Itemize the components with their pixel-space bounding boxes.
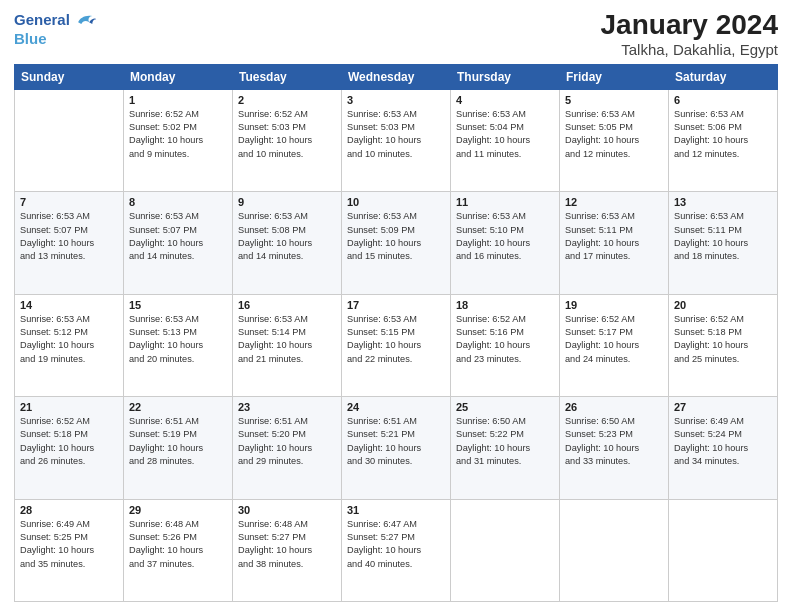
calendar-cell-3-1: 22Sunrise: 6:51 AMSunset: 5:19 PMDayligh… xyxy=(124,397,233,499)
day-number: 31 xyxy=(347,504,445,516)
logo-text-blue: Blue xyxy=(14,30,47,47)
day-number: 11 xyxy=(456,196,554,208)
day-info: Sunrise: 6:53 AMSunset: 5:10 PMDaylight:… xyxy=(456,210,554,263)
day-info: Sunrise: 6:52 AMSunset: 5:17 PMDaylight:… xyxy=(565,313,663,366)
header-monday: Monday xyxy=(124,64,233,89)
calendar-cell-0-6: 6Sunrise: 6:53 AMSunset: 5:06 PMDaylight… xyxy=(669,89,778,191)
day-number: 16 xyxy=(238,299,336,311)
day-info: Sunrise: 6:53 AMSunset: 5:07 PMDaylight:… xyxy=(20,210,118,263)
calendar-cell-3-2: 23Sunrise: 6:51 AMSunset: 5:20 PMDayligh… xyxy=(233,397,342,499)
day-number: 24 xyxy=(347,401,445,413)
day-info: Sunrise: 6:53 AMSunset: 5:15 PMDaylight:… xyxy=(347,313,445,366)
day-info: Sunrise: 6:53 AMSunset: 5:09 PMDaylight:… xyxy=(347,210,445,263)
logo-bird-icon xyxy=(75,10,97,30)
day-info: Sunrise: 6:51 AMSunset: 5:20 PMDaylight:… xyxy=(238,415,336,468)
day-number: 26 xyxy=(565,401,663,413)
day-info: Sunrise: 6:53 AMSunset: 5:04 PMDaylight:… xyxy=(456,108,554,161)
calendar-cell-0-5: 5Sunrise: 6:53 AMSunset: 5:05 PMDaylight… xyxy=(560,89,669,191)
day-number: 23 xyxy=(238,401,336,413)
day-number: 1 xyxy=(129,94,227,106)
day-info: Sunrise: 6:47 AMSunset: 5:27 PMDaylight:… xyxy=(347,518,445,571)
calendar-cell-0-1: 1Sunrise: 6:52 AMSunset: 5:02 PMDaylight… xyxy=(124,89,233,191)
week-row-0: 1Sunrise: 6:52 AMSunset: 5:02 PMDaylight… xyxy=(15,89,778,191)
calendar-cell-0-4: 4Sunrise: 6:53 AMSunset: 5:04 PMDaylight… xyxy=(451,89,560,191)
day-number: 20 xyxy=(674,299,772,311)
header-tuesday: Tuesday xyxy=(233,64,342,89)
page: General Blue January 2024 Talkha, Dakahl… xyxy=(0,0,792,612)
day-number: 25 xyxy=(456,401,554,413)
calendar-cell-1-6: 13Sunrise: 6:53 AMSunset: 5:11 PMDayligh… xyxy=(669,192,778,294)
calendar-subtitle: Talkha, Dakahlia, Egypt xyxy=(601,41,778,58)
calendar-cell-3-5: 26Sunrise: 6:50 AMSunset: 5:23 PMDayligh… xyxy=(560,397,669,499)
week-row-2: 14Sunrise: 6:53 AMSunset: 5:12 PMDayligh… xyxy=(15,294,778,396)
calendar-cell-1-4: 11Sunrise: 6:53 AMSunset: 5:10 PMDayligh… xyxy=(451,192,560,294)
calendar-cell-2-2: 16Sunrise: 6:53 AMSunset: 5:14 PMDayligh… xyxy=(233,294,342,396)
header-thursday: Thursday xyxy=(451,64,560,89)
top-section: General Blue January 2024 Talkha, Dakahl… xyxy=(14,10,778,58)
day-info: Sunrise: 6:48 AMSunset: 5:26 PMDaylight:… xyxy=(129,518,227,571)
day-info: Sunrise: 6:53 AMSunset: 5:06 PMDaylight:… xyxy=(674,108,772,161)
day-info: Sunrise: 6:50 AMSunset: 5:22 PMDaylight:… xyxy=(456,415,554,468)
header-saturday: Saturday xyxy=(669,64,778,89)
day-number: 7 xyxy=(20,196,118,208)
day-number: 6 xyxy=(674,94,772,106)
day-number: 12 xyxy=(565,196,663,208)
day-info: Sunrise: 6:49 AMSunset: 5:25 PMDaylight:… xyxy=(20,518,118,571)
calendar-cell-4-3: 31Sunrise: 6:47 AMSunset: 5:27 PMDayligh… xyxy=(342,499,451,601)
day-info: Sunrise: 6:53 AMSunset: 5:03 PMDaylight:… xyxy=(347,108,445,161)
day-number: 13 xyxy=(674,196,772,208)
calendar-cell-2-3: 17Sunrise: 6:53 AMSunset: 5:15 PMDayligh… xyxy=(342,294,451,396)
calendar-cell-4-5 xyxy=(560,499,669,601)
day-info: Sunrise: 6:53 AMSunset: 5:14 PMDaylight:… xyxy=(238,313,336,366)
day-number: 17 xyxy=(347,299,445,311)
day-info: Sunrise: 6:48 AMSunset: 5:27 PMDaylight:… xyxy=(238,518,336,571)
day-number: 22 xyxy=(129,401,227,413)
calendar-cell-4-4 xyxy=(451,499,560,601)
calendar-cell-1-2: 9Sunrise: 6:53 AMSunset: 5:08 PMDaylight… xyxy=(233,192,342,294)
day-info: Sunrise: 6:53 AMSunset: 5:05 PMDaylight:… xyxy=(565,108,663,161)
calendar-cell-1-1: 8Sunrise: 6:53 AMSunset: 5:07 PMDaylight… xyxy=(124,192,233,294)
day-number: 10 xyxy=(347,196,445,208)
day-number: 8 xyxy=(129,196,227,208)
week-row-4: 28Sunrise: 6:49 AMSunset: 5:25 PMDayligh… xyxy=(15,499,778,601)
day-number: 28 xyxy=(20,504,118,516)
calendar-cell-0-2: 2Sunrise: 6:52 AMSunset: 5:03 PMDaylight… xyxy=(233,89,342,191)
calendar-cell-2-4: 18Sunrise: 6:52 AMSunset: 5:16 PMDayligh… xyxy=(451,294,560,396)
calendar-cell-4-1: 29Sunrise: 6:48 AMSunset: 5:26 PMDayligh… xyxy=(124,499,233,601)
day-info: Sunrise: 6:52 AMSunset: 5:18 PMDaylight:… xyxy=(674,313,772,366)
calendar-cell-1-3: 10Sunrise: 6:53 AMSunset: 5:09 PMDayligh… xyxy=(342,192,451,294)
day-info: Sunrise: 6:49 AMSunset: 5:24 PMDaylight:… xyxy=(674,415,772,468)
day-info: Sunrise: 6:53 AMSunset: 5:11 PMDaylight:… xyxy=(565,210,663,263)
calendar-title: January 2024 xyxy=(601,10,778,41)
day-number: 19 xyxy=(565,299,663,311)
weekday-header-row: Sunday Monday Tuesday Wednesday Thursday… xyxy=(15,64,778,89)
day-number: 18 xyxy=(456,299,554,311)
day-info: Sunrise: 6:52 AMSunset: 5:03 PMDaylight:… xyxy=(238,108,336,161)
day-number: 30 xyxy=(238,504,336,516)
day-number: 21 xyxy=(20,401,118,413)
calendar-cell-4-0: 28Sunrise: 6:49 AMSunset: 5:25 PMDayligh… xyxy=(15,499,124,601)
day-info: Sunrise: 6:52 AMSunset: 5:18 PMDaylight:… xyxy=(20,415,118,468)
day-number: 2 xyxy=(238,94,336,106)
day-info: Sunrise: 6:52 AMSunset: 5:02 PMDaylight:… xyxy=(129,108,227,161)
logo-text-general: General xyxy=(14,12,70,29)
day-number: 3 xyxy=(347,94,445,106)
calendar-table: Sunday Monday Tuesday Wednesday Thursday… xyxy=(14,64,778,602)
day-info: Sunrise: 6:50 AMSunset: 5:23 PMDaylight:… xyxy=(565,415,663,468)
calendar-cell-4-6 xyxy=(669,499,778,601)
title-section: January 2024 Talkha, Dakahlia, Egypt xyxy=(601,10,778,58)
calendar-cell-2-0: 14Sunrise: 6:53 AMSunset: 5:12 PMDayligh… xyxy=(15,294,124,396)
day-info: Sunrise: 6:53 AMSunset: 5:12 PMDaylight:… xyxy=(20,313,118,366)
day-number: 4 xyxy=(456,94,554,106)
calendar-cell-2-1: 15Sunrise: 6:53 AMSunset: 5:13 PMDayligh… xyxy=(124,294,233,396)
day-info: Sunrise: 6:53 AMSunset: 5:11 PMDaylight:… xyxy=(674,210,772,263)
header-friday: Friday xyxy=(560,64,669,89)
day-info: Sunrise: 6:51 AMSunset: 5:21 PMDaylight:… xyxy=(347,415,445,468)
day-info: Sunrise: 6:53 AMSunset: 5:13 PMDaylight:… xyxy=(129,313,227,366)
calendar-cell-4-2: 30Sunrise: 6:48 AMSunset: 5:27 PMDayligh… xyxy=(233,499,342,601)
day-number: 14 xyxy=(20,299,118,311)
day-number: 5 xyxy=(565,94,663,106)
day-number: 29 xyxy=(129,504,227,516)
calendar-cell-3-0: 21Sunrise: 6:52 AMSunset: 5:18 PMDayligh… xyxy=(15,397,124,499)
header-wednesday: Wednesday xyxy=(342,64,451,89)
